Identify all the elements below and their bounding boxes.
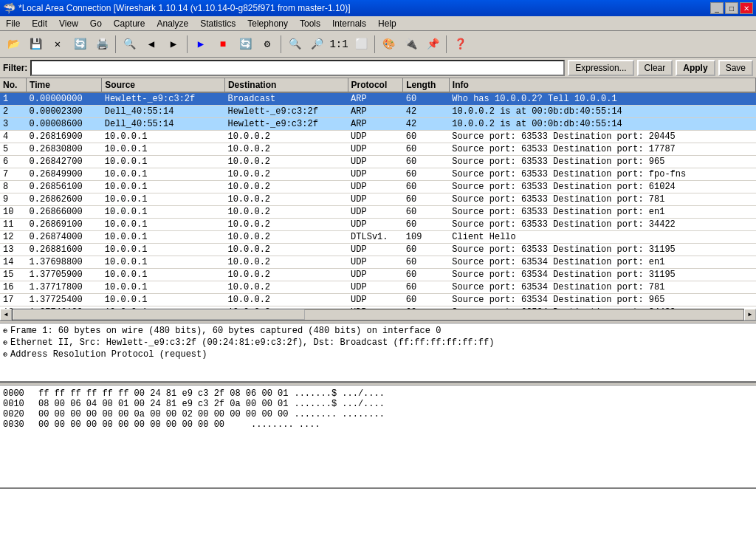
window-controls[interactable]: _ □ ✕ bbox=[710, 2, 753, 14]
hex-ascii: .......$ .../.... bbox=[294, 399, 384, 409]
minimize-button[interactable]: _ bbox=[710, 2, 724, 14]
cell-proto: ARP bbox=[348, 106, 403, 118]
packet-list-scroll[interactable]: No. Time Source Destination Protocol Len… bbox=[0, 78, 756, 309]
table-row[interactable]: 2 0.00002300 Dell_40:55:14 Hewlett-_e9:c… bbox=[0, 106, 756, 118]
table-row[interactable]: 15 1.37705900 10.0.0.1 10.0.0.2 UDP 60 S… bbox=[0, 269, 756, 281]
table-row[interactable]: 13 0.26881600 10.0.0.1 10.0.0.2 UDP 60 S… bbox=[0, 244, 756, 256]
next-button[interactable]: ▶ bbox=[163, 34, 184, 55]
hex-bytes: 00 00 00 00 00 00 0a 00 00 02 00 00 00 0… bbox=[38, 409, 288, 419]
menu-telephony[interactable]: Telephony bbox=[241, 17, 294, 30]
detail-row[interactable]: ⊕Frame 1: 60 bytes on wire (480 bits), 6… bbox=[1, 325, 755, 337]
apply-button[interactable]: Apply bbox=[676, 60, 715, 76]
menu-file[interactable]: File bbox=[0, 17, 26, 30]
cell-no: 17 bbox=[0, 294, 27, 306]
table-row[interactable]: 17 1.37725400 10.0.0.1 10.0.0.2 UDP 60 S… bbox=[0, 294, 756, 306]
colorize-button[interactable]: 🎨 bbox=[378, 34, 399, 55]
restart-button[interactable]: 🔄 bbox=[235, 34, 255, 55]
menu-statistics[interactable]: Statistics bbox=[194, 17, 241, 30]
save-filter-button[interactable]: Save bbox=[718, 60, 753, 76]
filter-input[interactable] bbox=[30, 60, 565, 76]
col-info[interactable]: Info bbox=[449, 78, 755, 92]
find-button[interactable]: 🔍 bbox=[119, 34, 140, 55]
mark-button[interactable]: 📌 bbox=[422, 34, 443, 55]
table-row[interactable]: 4 0.26816900 10.0.0.1 10.0.0.2 UDP 60 So… bbox=[0, 131, 756, 143]
table-row[interactable]: 14 1.37698800 10.0.0.1 10.0.0.2 UDP 60 S… bbox=[0, 256, 756, 269]
save-button[interactable]: 💾 bbox=[25, 34, 46, 55]
print-button[interactable]: 🖨️ bbox=[92, 34, 112, 55]
table-row[interactable]: 8 0.26856100 10.0.0.1 10.0.0.2 UDP 60 So… bbox=[0, 181, 756, 193]
col-no[interactable]: No. bbox=[0, 78, 27, 92]
menu-internals[interactable]: Internals bbox=[326, 17, 372, 30]
cell-no: 15 bbox=[0, 269, 27, 281]
table-row[interactable]: 3 0.00008600 Dell_40:55:14 Hewlett-_e9:c… bbox=[0, 118, 756, 131]
cell-src: Dell_40:55:14 bbox=[102, 106, 225, 118]
table-row[interactable]: 5 0.26830800 10.0.0.1 10.0.0.2 UDP 60 So… bbox=[0, 143, 756, 156]
zoom-out-button[interactable]: 🔎 bbox=[306, 34, 327, 55]
resize-button[interactable]: ⬜ bbox=[351, 34, 371, 55]
detail-row[interactable]: ⊕Ethernet II, Src: Hewlett-_e9:c3:2f (00… bbox=[1, 337, 755, 349]
expression-button[interactable]: Expression... bbox=[568, 60, 633, 76]
menu-analyze[interactable]: Analyze bbox=[151, 17, 195, 30]
clear-button[interactable]: Clear bbox=[637, 60, 673, 76]
table-row[interactable]: 11 0.26869100 10.0.0.1 10.0.0.2 UDP 60 S… bbox=[0, 219, 756, 231]
menu-capture[interactable]: Capture bbox=[108, 17, 151, 30]
table-row[interactable]: 18 1.37746100 10.0.0.1 10.0.0.2 UDP 60 S… bbox=[0, 306, 756, 309]
cell-info: Source port: 63533 Destination port: 965 bbox=[449, 156, 755, 168]
zoom-normal-button[interactable]: 1:1 bbox=[329, 34, 349, 55]
scroll-track[interactable] bbox=[12, 309, 744, 321]
col-source[interactable]: Source bbox=[102, 78, 225, 92]
scroll-thumb[interactable] bbox=[13, 309, 305, 320]
scroll-right-arrow[interactable]: ▶ bbox=[744, 309, 756, 321]
col-destination[interactable]: Destination bbox=[224, 78, 348, 92]
packet-detail: ⊕Frame 1: 60 bytes on wire (480 bits), 6… bbox=[0, 323, 756, 383]
close-capture-button[interactable]: ✕ bbox=[47, 34, 68, 55]
open-button[interactable]: 📂 bbox=[3, 34, 24, 55]
menu-edit[interactable]: Edit bbox=[26, 17, 53, 30]
cell-info: Source port: 63533 Destination port: 781 bbox=[449, 193, 755, 206]
table-row[interactable]: 9 0.26862600 10.0.0.1 10.0.0.2 UDP 60 So… bbox=[0, 193, 756, 206]
toolbar-sep-4 bbox=[374, 35, 375, 53]
table-row[interactable]: 7 0.26849900 10.0.0.1 10.0.0.2 UDP 60 So… bbox=[0, 168, 756, 181]
start-capture-button[interactable]: ▶ bbox=[190, 34, 211, 55]
menu-tools[interactable]: Tools bbox=[294, 17, 326, 30]
cell-len: 60 bbox=[403, 193, 450, 206]
network-button[interactable]: 🔌 bbox=[400, 34, 421, 55]
cell-no: 9 bbox=[0, 193, 27, 206]
cell-len: 42 bbox=[403, 106, 450, 118]
table-row[interactable]: 16 1.37717800 10.0.0.1 10.0.0.2 UDP 60 S… bbox=[0, 281, 756, 294]
close-button[interactable]: ✕ bbox=[740, 2, 753, 14]
cell-time: 0.26830800 bbox=[27, 143, 102, 156]
col-length[interactable]: Length bbox=[403, 78, 450, 92]
cell-time: 0.00000000 bbox=[27, 92, 102, 106]
cell-src: 10.0.0.1 bbox=[102, 206, 225, 219]
menu-view[interactable]: View bbox=[53, 17, 84, 30]
table-row[interactable]: 10 0.26866000 10.0.0.1 10.0.0.2 UDP 60 S… bbox=[0, 206, 756, 219]
reload-button[interactable]: 🔄 bbox=[69, 34, 90, 55]
stop-capture-button[interactable]: ■ bbox=[213, 34, 233, 55]
packet-table: No. Time Source Destination Protocol Len… bbox=[0, 78, 756, 309]
detail-row[interactable]: ⊕Address Resolution Protocol (request) bbox=[1, 349, 755, 360]
cell-dst: 10.0.0.2 bbox=[224, 231, 348, 244]
menu-help[interactable]: Help bbox=[372, 17, 402, 30]
scroll-left-arrow[interactable]: ◀ bbox=[0, 309, 12, 321]
zoom-in-button[interactable]: 🔍 bbox=[284, 34, 305, 55]
table-row[interactable]: 1 0.00000000 Hewlett-_e9:c3:2f Broadcast… bbox=[0, 92, 756, 106]
prev-button[interactable]: ◀ bbox=[141, 34, 162, 55]
cell-time: 0.26869100 bbox=[27, 219, 102, 231]
table-row[interactable]: 6 0.26842700 10.0.0.1 10.0.0.2 UDP 60 So… bbox=[0, 156, 756, 168]
filter-bar: Filter: Expression... Clear Apply Save bbox=[0, 58, 756, 78]
col-time[interactable]: Time bbox=[27, 78, 102, 92]
cell-no: 13 bbox=[0, 244, 27, 256]
col-protocol[interactable]: Protocol bbox=[348, 78, 403, 92]
horizontal-scrollbar[interactable]: ◀ ▶ bbox=[0, 309, 756, 321]
help-toolbar-button[interactable]: ❓ bbox=[450, 34, 470, 55]
cell-info: Source port: 63533 Destination port: 344… bbox=[449, 219, 755, 231]
table-row[interactable]: 12 0.26874000 10.0.0.1 10.0.0.2 DTLSv1. … bbox=[0, 231, 756, 244]
cell-dst: Hewlett-_e9:c3:2f bbox=[224, 118, 348, 131]
capture-options-button[interactable]: ⚙️ bbox=[257, 34, 278, 55]
cell-len: 60 bbox=[403, 156, 450, 168]
cell-no: 4 bbox=[0, 131, 27, 143]
maximize-button[interactable]: □ bbox=[725, 2, 738, 14]
menu-go[interactable]: Go bbox=[84, 17, 108, 30]
cell-no: 1 bbox=[0, 92, 27, 106]
